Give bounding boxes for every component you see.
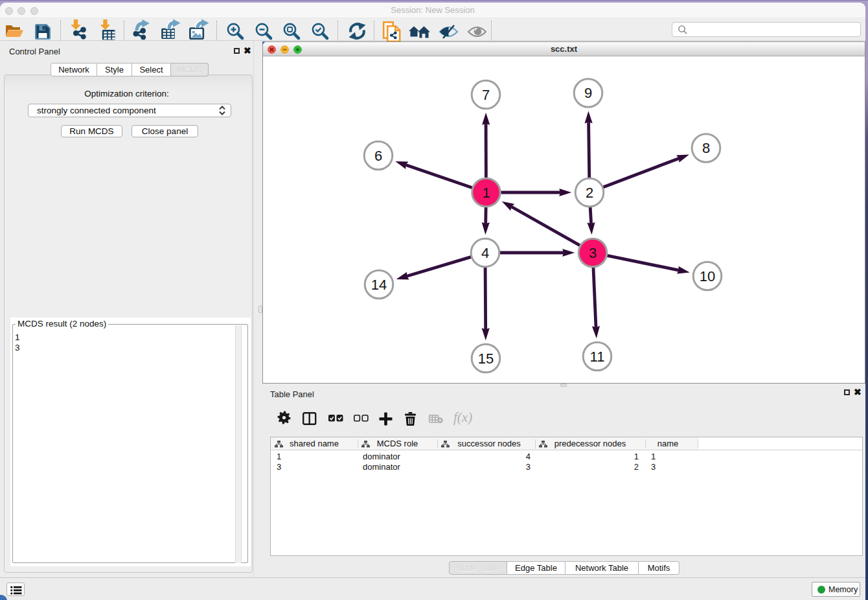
svg-text:1: 1 bbox=[482, 185, 490, 201]
svg-text:14: 14 bbox=[371, 277, 387, 293]
svg-text:3: 3 bbox=[589, 245, 597, 261]
svg-text:7: 7 bbox=[482, 87, 490, 103]
svg-text:2: 2 bbox=[586, 185, 593, 201]
svg-text:6: 6 bbox=[374, 148, 382, 164]
svg-text:8: 8 bbox=[702, 140, 710, 156]
svg-text:10: 10 bbox=[700, 268, 715, 284]
svg-text:4: 4 bbox=[481, 245, 489, 261]
svg-text:11: 11 bbox=[590, 349, 605, 365]
svg-text:15: 15 bbox=[478, 351, 494, 367]
svg-text:9: 9 bbox=[584, 85, 592, 101]
